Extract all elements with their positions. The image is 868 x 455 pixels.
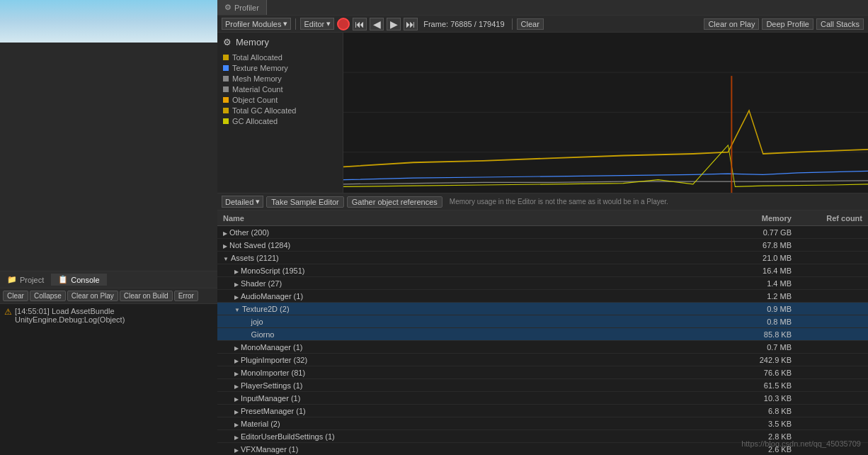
row-name-cell: ▼ Assets (2121): [217, 254, 712, 262]
notice-text: Memory usage in the Editor is not the sa…: [445, 198, 673, 206]
clear-profiler-button[interactable]: Clear: [517, 18, 544, 30]
table-row[interactable]: jojo 0.8 MB: [217, 315, 868, 328]
row-memory-cell: 0.8 MB: [712, 318, 797, 326]
table-row[interactable]: ▶ Other (200) 0.77 GB: [217, 226, 868, 239]
profiler-toolbar: Profiler Modules ▾ Editor ▾ ⏮ ◀ ▶ ⏭ Fram…: [217, 16, 868, 33]
row-memory-cell: 10.3 KB: [712, 394, 797, 403]
table-row[interactable]: ▶ PresetManager (1) 6.8 KB: [217, 405, 868, 417]
memory-table[interactable]: Name Memory Ref count ▶ Other (200) 0.77…: [217, 210, 868, 455]
left-panel: 📁 Project 📋 Console Clear Collapse Clear…: [0, 0, 217, 455]
expand-icon: [246, 332, 249, 339]
expand-icon: ▶: [234, 447, 239, 454]
table-row[interactable]: ▼ Assets (2121) 21.0 MB: [217, 252, 868, 264]
row-memory-cell: 1.2 MB: [712, 292, 797, 300]
dropdown-arrow-icon: ▾: [283, 19, 287, 28]
clear-button[interactable]: Clear: [3, 291, 28, 301]
profiler-graph[interactable]: [343, 33, 868, 193]
memory-legend: ⚙ Memory Total Allocated Texture Memory …: [217, 33, 343, 193]
expand-icon: ▶: [234, 281, 239, 288]
memory-title: ⚙ Memory: [223, 37, 337, 47]
gather-refs-button[interactable]: Gather object references: [347, 196, 442, 208]
profiler-tab-bar: ⚙ Profiler: [217, 0, 868, 16]
col-header-memory: Memory: [712, 214, 797, 223]
detailed-dropdown[interactable]: Detailed ▾: [222, 196, 263, 208]
step-back-button[interactable]: ⏮: [353, 18, 367, 30]
row-name-cell: ▶ PlayerSettings (1): [217, 381, 712, 390]
row-name-cell: jojo: [217, 318, 712, 326]
record-button[interactable]: [337, 18, 350, 30]
row-memory-cell: 2.8 KB: [712, 432, 797, 441]
table-row[interactable]: ▶ EditorUserBuildSettings (1) 2.8 KB: [217, 430, 868, 443]
row-name-cell: ▶ PluginImporter (32): [217, 356, 712, 364]
toolbar-sep-1: [295, 18, 296, 30]
collapse-button[interactable]: Collapse: [30, 291, 66, 301]
row-memory-cell: 0.7 MB: [712, 343, 797, 352]
row-memory-cell: 67.8 MB: [712, 241, 797, 249]
prev-frame-button[interactable]: ◀: [370, 18, 384, 30]
table-row[interactable]: ▶ PluginImporter (32) 242.9 KB: [217, 354, 868, 366]
expand-icon: ▶: [234, 269, 239, 275]
clear-on-play-button[interactable]: Clear on Play: [67, 291, 118, 301]
row-memory-cell: 0.77 GB: [712, 228, 797, 237]
legend-mesh-memory: Mesh Memory: [223, 74, 337, 83]
call-stacks-button[interactable]: Call Stacks: [816, 18, 864, 30]
step-forward-button[interactable]: ⏭: [404, 18, 418, 30]
clear-on-play-profiler-button[interactable]: Clear on Play: [704, 18, 759, 30]
expand-icon: ▶: [234, 371, 239, 377]
row-name-cell: ▶ MonoManager (1): [217, 343, 712, 352]
editor-dropdown[interactable]: Editor ▾: [300, 18, 334, 30]
expand-icon: ▶: [223, 230, 227, 237]
expand-icon: ▶: [234, 345, 239, 352]
legend-color-gc-allocated: [223, 118, 229, 124]
error-button[interactable]: Error: [174, 291, 198, 301]
row-name-cell: ▶ EditorUserBuildSettings (1): [217, 432, 712, 441]
legend-total-allocated: Total Allocated: [223, 53, 337, 62]
table-row[interactable]: ▶ Not Saved (1284) 67.8 MB: [217, 239, 868, 252]
expand-icon: ▼: [234, 307, 240, 313]
profiler-bottom: Detailed ▾ Take Sample Editor Gather obj…: [217, 193, 868, 455]
table-row[interactable]: ▶ PlayerSettings (1) 61.5 KB: [217, 379, 868, 392]
table-row[interactable]: ▶ AudioManager (1) 1.2 MB: [217, 290, 868, 303]
table-row[interactable]: ▶ InputManager (1) 10.3 KB: [217, 392, 868, 405]
modules-dropdown[interactable]: Profiler Modules ▾: [222, 18, 291, 30]
row-memory-cell: 21.0 MB: [712, 254, 797, 262]
detailed-arrow-icon: ▾: [256, 197, 260, 206]
tab-project[interactable]: 📁 Project: [0, 274, 51, 286]
table-header: Name Memory Ref count: [217, 210, 868, 226]
legend-color-material-count: [223, 86, 229, 92]
toolbar-sep-2: [512, 18, 513, 30]
row-name-cell: ▶ InputManager (1): [217, 394, 712, 403]
legend-material-count: Material Count: [223, 85, 337, 94]
profiler-graph-section: ⚙ Memory Total Allocated Texture Memory …: [217, 33, 868, 193]
profiler-tab[interactable]: ⚙ Profiler: [217, 0, 267, 15]
row-name-cell: ▶ MonoImporter (81): [217, 369, 712, 377]
table-row[interactable]: ▼ Texture2D (2) 0.9 MB: [217, 303, 868, 315]
expand-icon: ▶: [234, 383, 239, 390]
row-name-cell: ▶ AudioManager (1): [217, 292, 712, 300]
expand-icon: ▶: [234, 294, 239, 300]
col-header-name: Name: [217, 214, 712, 223]
table-row[interactable]: Giorno 85.8 KB: [217, 328, 868, 341]
legend-gc-allocated: GC Allocated: [223, 117, 337, 125]
next-frame-button[interactable]: ▶: [387, 18, 401, 30]
row-name-cell: ▶ Not Saved (1284): [217, 241, 712, 249]
table-row[interactable]: ▶ Shader (27) 1.4 MB: [217, 277, 868, 290]
deep-profile-button[interactable]: Deep Profile: [762, 18, 813, 30]
table-body: ▶ Other (200) 0.77 GB ▶ Not Saved (1284)…: [217, 226, 868, 455]
console-message-item[interactable]: ⚠ [14:55:01] Load AssetBundle UnityEngin…: [1, 305, 216, 325]
table-row[interactable]: ▶ MonoImporter (81) 76.6 KB: [217, 366, 868, 379]
row-memory-cell: 1.4 MB: [712, 279, 797, 288]
viewport-area: [0, 0, 217, 271]
expand-icon: ▶: [234, 422, 239, 428]
table-row[interactable]: ▶ VFXManager (1) 2.6 KB: [217, 443, 868, 455]
table-row[interactable]: ▶ MonoManager (1) 0.7 MB: [217, 341, 868, 354]
legend-object-count: Object Count: [223, 96, 337, 104]
take-sample-button[interactable]: Take Sample Editor: [266, 196, 343, 208]
table-row[interactable]: ▶ MonoScript (1951) 16.4 MB: [217, 264, 868, 277]
console-messages: ⚠ [14:55:01] Load AssetBundle UnityEngin…: [0, 304, 217, 455]
clear-on-build-button[interactable]: Clear on Build: [120, 291, 173, 301]
gear-icon: ⚙: [223, 37, 232, 47]
tab-console[interactable]: 📋 Console: [51, 274, 106, 286]
table-row[interactable]: ▶ Material (2) 3.5 KB: [217, 417, 868, 430]
project-icon: 📁: [7, 275, 17, 284]
